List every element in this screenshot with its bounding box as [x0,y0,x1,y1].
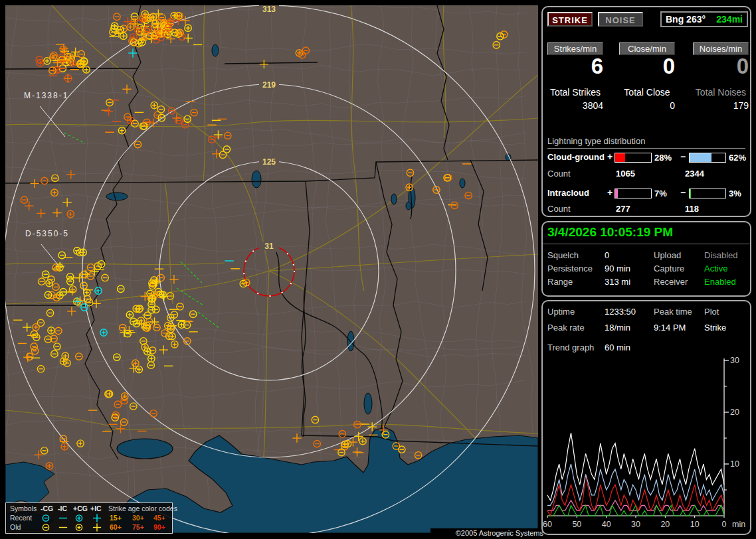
upload-status: Disabled [704,250,738,260]
receiver-label: Receiver [654,277,688,287]
cg-plus-pct: 28% [654,153,672,163]
svg-text:60: 60 [543,520,552,529]
distribution-title: Lightning type distribution [547,136,645,146]
age-60: 60+ [110,523,122,531]
svg-text:30: 30 [631,520,640,529]
plot-mode-value: Strike [704,323,726,333]
datetime-display: 3/4/2026 10:05:19 PM [547,225,673,240]
legend-col-neg-ic: -IC [58,504,67,512]
cg-minus-sign: − [680,151,686,162]
peak-rate-label: Peak rate [547,323,585,333]
close-per-min-value: 0 [619,54,675,79]
noises-per-min-value: 0 [693,54,749,79]
old-neg-ic-icon [58,523,68,533]
total-close-value: 0 [619,100,675,111]
total-noises-value: 179 [693,100,749,111]
legend-col-pos-ic: +IC [90,504,102,512]
legend-row-recent-label: Recent [10,514,32,522]
squelch-label: Squelch [547,250,579,260]
noise-mode-button[interactable]: NOISE [598,12,643,27]
uptime-value: 1233:50 [605,307,636,317]
trend-graph-value: 60 min [605,343,630,352]
old-pos-cg-icon [74,523,84,533]
bearing-distance: 234mi [716,14,743,25]
svg-text:30: 30 [730,356,739,365]
peak-rate-value: 18/min [605,323,630,333]
persistence-label: Persistence [547,264,593,273]
ic-plus-bar [614,189,652,198]
svg-text:min: min [732,520,745,529]
status-panel: 3/4/2026 10:05:19 PM Squelch 0 Upload Di… [541,221,751,297]
cg-minus-count: 2344 [685,169,704,179]
recent-neg-ic-icon [58,514,68,524]
lightning-map[interactable]: 31125219313M-1338-1D-5350-5 ©2005 Astrog… [5,5,538,533]
legend-col-neg-cg: -CG [41,504,53,512]
cg-plus-count: 1065 [616,169,635,179]
capture-status: Active [704,264,727,273]
age-75: 75+ [132,523,144,531]
age-90: 90+ [153,523,165,531]
legend-row-old-label: Old [10,523,21,531]
ic-plus-sign: + [607,187,613,198]
ic-minus-sign: − [680,187,686,198]
age-45: 45+ [153,514,165,522]
trend-graph-label: Trend graph [547,343,594,352]
map-canvas: 31125219313M-1338-1D-5350-5 [5,5,538,533]
cg-plus-bar [614,153,652,163]
cg-minus-pct: 62% [729,153,746,163]
svg-text:31: 31 [264,242,274,251]
ic-plus-count: 277 [616,204,630,214]
cg-minus-bar [689,153,726,163]
plot-label: Plot [704,307,719,317]
age-15: 15+ [110,514,122,522]
svg-text:313: 313 [262,5,276,14]
svg-text:40: 40 [602,520,611,529]
strike-legend: Symbols -CG -IC +CG +IC Strike age color… [5,502,173,534]
svg-text:0: 0 [722,520,727,529]
ic-minus-bar [689,189,726,198]
svg-text:219: 219 [262,80,276,90]
peak-time-value: 9:14 PM [654,323,686,333]
svg-text:10: 10 [730,459,739,469]
peak-time-label: Peak time [654,307,692,317]
upload-label: Upload [654,250,681,260]
recent-pos-ic-icon [92,514,102,524]
total-close-label: Total Close [616,87,678,98]
distribution-divider [547,148,745,149]
old-pos-ic-icon [92,523,102,533]
ic-plus-pct: 7% [654,189,667,198]
svg-text:10: 10 [690,520,700,529]
trend-panel: Uptime 1233:50 Peak time Plot Peak rate … [541,300,751,535]
copyright-text: ©2005 Astrogenic Systems [430,528,543,538]
persistence-value: 90 min [605,264,630,273]
cg-count-label: Count [547,169,571,179]
squelch-value: 0 [605,250,609,260]
total-strikes-label: Total Strikes [545,87,606,98]
datetime-divider [543,244,750,244]
bearing-readout: Bng 263° 234mi [660,11,748,27]
total-strikes-value: 3804 [547,100,603,111]
strikes-per-min-value: 6 [547,54,603,79]
storm-cell-label: D-5350-5 [25,229,69,238]
counter-panel: STRIKE NOISE Bng 263° 234mi Strikes/min … [541,6,751,217]
trend-graph: 1020306050403020100min [543,354,750,534]
legend-col-pos-cg: +CG [73,504,88,512]
intracloud-label: Intracloud [547,188,589,198]
bearing-value: Bng 263° [666,14,706,25]
svg-text:50: 50 [572,520,581,529]
legend-age-title: Strike age color codes [108,504,177,512]
old-neg-cg-icon [41,523,51,533]
receiver-status: Enabled [704,277,736,287]
ic-minus-pct: 3% [729,189,741,198]
svg-text:20: 20 [730,408,739,417]
recent-neg-cg-icon [41,514,51,524]
uptime-label: Uptime [547,307,575,317]
recent-pos-cg-icon [74,514,84,524]
cloud-ground-label: Cloud-ground [547,152,605,162]
range-value: 313 mi [605,277,630,287]
ic-minus-count: 118 [685,204,699,214]
storm-cell-label: M-1338-1 [24,91,68,100]
age-30: 30+ [132,514,144,522]
strike-mode-button[interactable]: STRIKE [547,12,593,27]
total-noises-label: Total Noises [690,87,751,98]
